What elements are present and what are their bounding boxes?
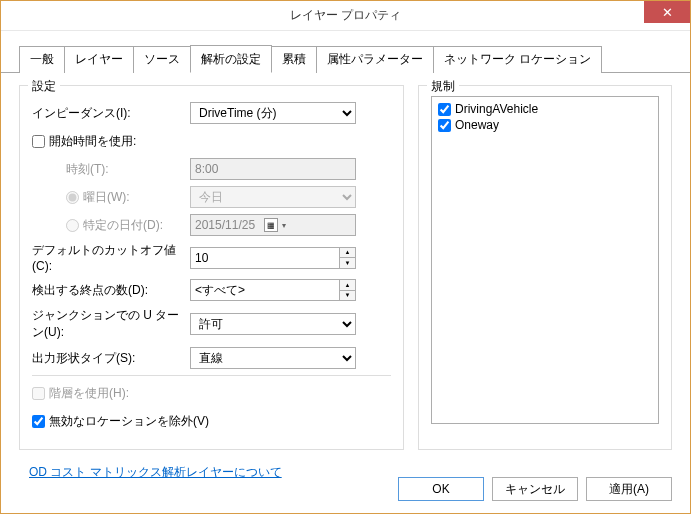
date-value: 2015/11/25 (195, 218, 264, 232)
tab-general[interactable]: 一般 (19, 46, 65, 73)
spinner-down-icon[interactable]: ▼ (340, 291, 355, 301)
specific-date-radio (66, 219, 79, 232)
day-of-week-radio (66, 191, 79, 204)
specific-date-label: 特定の日付(D): (83, 217, 163, 234)
restriction-label: Oneway (455, 118, 499, 132)
chevron-down-icon: ▾ (282, 221, 351, 230)
restrictions-legend: 規制 (427, 78, 459, 95)
day-of-week-select: 今日 (190, 186, 356, 208)
apply-button[interactable]: 適用(A) (586, 477, 672, 501)
spinner-up-icon[interactable]: ▲ (340, 248, 355, 259)
impedance-select[interactable]: DriveTime (分) (190, 102, 356, 124)
restrictions-list[interactable]: DrivingAVehicle Oneway (431, 96, 659, 424)
ok-button[interactable]: OK (398, 477, 484, 501)
dialog-body: 設定 インピーダンス(I): DriveTime (分) 開始時間を使用: 時刻… (1, 73, 690, 458)
settings-group: 設定 インピーダンス(I): DriveTime (分) 開始時間を使用: 時刻… (19, 85, 404, 450)
time-label: 時刻(T): (66, 161, 109, 178)
count-input[interactable] (190, 279, 340, 301)
tab-layer[interactable]: レイヤー (64, 46, 134, 73)
tab-attribute-parameters[interactable]: 属性パラメーター (316, 46, 434, 73)
uturn-select[interactable]: 許可 (190, 313, 356, 335)
hierarchy-checkbox (32, 387, 45, 400)
use-start-time-checkbox[interactable] (32, 135, 45, 148)
shape-select[interactable]: 直線 (190, 347, 356, 369)
cancel-button[interactable]: キャンセル (492, 477, 578, 501)
tab-accumulation[interactable]: 累積 (271, 46, 317, 73)
restriction-checkbox[interactable] (438, 103, 451, 116)
time-input (190, 158, 356, 180)
impedance-label: インピーダンス(I): (32, 105, 190, 122)
tab-source[interactable]: ソース (133, 46, 191, 73)
count-spinner[interactable]: ▲ ▼ (340, 279, 356, 301)
list-item[interactable]: DrivingAVehicle (436, 101, 654, 117)
dialog-footer: OK キャンセル 適用(A) (398, 477, 672, 501)
tab-network-location[interactable]: ネットワーク ロケーション (433, 46, 602, 73)
shape-label: 出力形状タイプ(S): (32, 350, 190, 367)
list-item[interactable]: Oneway (436, 117, 654, 133)
help-link[interactable]: OD コスト マトリックス解析レイヤーについて (1, 458, 300, 481)
close-button[interactable]: ✕ (644, 1, 690, 23)
separator (32, 375, 391, 376)
close-icon: ✕ (662, 5, 673, 20)
spinner-down-icon[interactable]: ▼ (340, 258, 355, 268)
ignore-invalid-label: 無効なロケーションを除外(V) (49, 413, 209, 430)
cutoff-label: デフォルトのカットオフ値(C): (32, 242, 190, 273)
window-title: レイヤー プロパティ (1, 7, 690, 24)
day-of-week-label: 曜日(W): (83, 189, 130, 206)
restrictions-group: 規制 DrivingAVehicle Oneway (418, 85, 672, 450)
cutoff-input[interactable] (190, 247, 340, 269)
hierarchy-label: 階層を使用(H): (49, 385, 129, 402)
date-picker: 2015/11/25 ▦ ▾ (190, 214, 356, 236)
titlebar: レイヤー プロパティ ✕ (1, 1, 690, 31)
restriction-label: DrivingAVehicle (455, 102, 538, 116)
ignore-invalid-checkbox[interactable] (32, 415, 45, 428)
uturn-label: ジャンクションでの U ターン(U): (32, 307, 190, 341)
cutoff-spinner[interactable]: ▲ ▼ (340, 247, 356, 269)
tab-analysis-settings[interactable]: 解析の設定 (190, 45, 272, 73)
spinner-up-icon[interactable]: ▲ (340, 280, 355, 291)
restriction-checkbox[interactable] (438, 119, 451, 132)
use-start-time-label: 開始時間を使用: (49, 133, 136, 150)
count-label: 検出する終点の数(D): (32, 282, 190, 299)
settings-legend: 設定 (28, 78, 60, 95)
dialog-window: レイヤー プロパティ ✕ 一般 レイヤー ソース 解析の設定 累積 属性パラメー… (0, 0, 691, 514)
tab-strip: 一般 レイヤー ソース 解析の設定 累積 属性パラメーター ネットワーク ロケー… (1, 31, 690, 73)
calendar-icon: ▦ (264, 218, 278, 232)
